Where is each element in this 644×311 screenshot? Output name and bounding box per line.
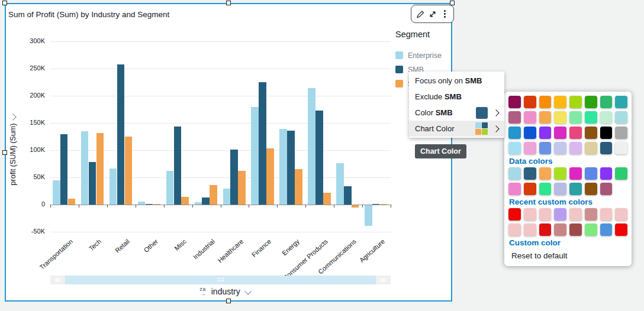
resize-handle-top-center[interactable] [226, 1, 231, 5]
x-axis-field-label[interactable]: industry [211, 287, 240, 296]
standard-color-swatch[interactable] [600, 142, 613, 154]
recent-color-swatch[interactable] [569, 208, 582, 221]
standard-color-swatch[interactable] [615, 127, 627, 139]
bar-retail-enterprise[interactable] [110, 169, 117, 205]
bar-communications-enterprise[interactable] [336, 163, 344, 205]
data-color-swatch[interactable] [524, 167, 536, 180]
recent-color-swatch[interactable] [524, 223, 536, 236]
bar-tech-smb[interactable] [89, 162, 96, 205]
standard-color-swatch[interactable] [508, 96, 521, 108]
standard-color-swatch[interactable] [569, 96, 582, 108]
standard-color-swatch[interactable] [585, 111, 597, 124]
bar-misc-enterprise[interactable] [166, 171, 174, 205]
x-axis-field-control[interactable]: za → industry [172, 285, 278, 298]
data-color-swatch[interactable] [600, 167, 613, 180]
bar-misc-smb[interactable] [174, 127, 182, 205]
bar-other-enterprise[interactable] [138, 202, 146, 205]
recent-color-swatch[interactable] [539, 223, 552, 236]
bar-energy-smb[interactable] [287, 131, 295, 205]
bar-retail-smb[interactable] [117, 64, 125, 205]
recent-color-swatch[interactable] [615, 223, 627, 236]
standard-color-swatch[interactable] [585, 127, 597, 139]
standard-color-swatch[interactable] [600, 111, 613, 124]
bar-agriculture-smb[interactable] [372, 204, 380, 205]
recent-color-swatch[interactable] [524, 208, 536, 221]
bar-agriculture-startup[interactable] [380, 204, 388, 205]
standard-color-swatch[interactable] [539, 96, 552, 108]
bar-finance-enterprise[interactable] [251, 107, 259, 205]
bar-energy-startup[interactable] [295, 169, 302, 205]
data-color-swatch[interactable] [554, 183, 566, 195]
data-color-swatch[interactable] [585, 167, 597, 180]
bar-energy-enterprise[interactable] [279, 129, 287, 205]
bar-industrial-enterprise[interactable] [195, 202, 202, 205]
data-color-swatch[interactable] [539, 167, 552, 180]
bar-agriculture-enterprise[interactable] [365, 205, 372, 226]
chevron-down-icon[interactable] [244, 288, 251, 294]
recent-color-swatch[interactable] [508, 208, 521, 221]
bar-communications-smb[interactable] [344, 186, 352, 205]
bar-consumer-products-startup[interactable] [323, 193, 331, 205]
standard-color-swatch[interactable] [615, 111, 627, 124]
edit-pencil-icon[interactable] [414, 8, 426, 21]
data-color-swatch[interactable] [569, 183, 582, 195]
standard-color-swatch[interactable] [539, 111, 552, 124]
data-color-swatch[interactable] [508, 183, 521, 195]
menu-item-exclude-smb[interactable]: Exclude SMB [409, 89, 504, 105]
bar-tech-startup[interactable] [96, 133, 104, 205]
recent-color-swatch[interactable] [554, 208, 566, 221]
recent-color-swatch[interactable] [615, 208, 627, 221]
scrollbar-left-handle[interactable] [50, 276, 65, 284]
bar-tech-enterprise[interactable] [81, 131, 89, 205]
menu-item-focus-only-on-smb[interactable]: Focus only on SMB [409, 73, 504, 89]
recent-color-swatch[interactable] [554, 223, 566, 236]
scrollbar-right-handle[interactable] [376, 276, 391, 284]
sort-icon[interactable]: za → [199, 287, 206, 297]
standard-color-swatch[interactable] [615, 96, 627, 108]
reset-to-default-button[interactable]: Reset to default [509, 251, 627, 260]
bar-finance-startup[interactable] [266, 148, 274, 205]
menu-item-chart-color[interactable]: Chart Color [409, 121, 504, 137]
bar-consumer-products-enterprise[interactable] [308, 88, 315, 205]
data-color-swatch[interactable] [600, 183, 613, 195]
bar-communications-startup[interactable] [352, 205, 359, 208]
recent-color-swatch[interactable] [585, 208, 597, 221]
standard-color-swatch[interactable] [600, 127, 613, 139]
custom-color-link[interactable]: Custom color [509, 238, 627, 247]
data-color-swatch[interactable] [585, 183, 597, 195]
scrollbar-track[interactable] [65, 276, 376, 284]
standard-color-swatch[interactable] [524, 111, 536, 124]
menu-item-color-smb[interactable]: Color SMB [409, 105, 504, 121]
bar-other-smb[interactable] [146, 204, 153, 205]
data-color-swatch[interactable] [508, 167, 521, 180]
recent-color-swatch[interactable] [539, 208, 552, 221]
bar-consumer-products-smb[interactable] [315, 111, 323, 205]
data-color-swatch[interactable] [554, 167, 566, 180]
kebab-menu-icon[interactable] [439, 8, 450, 21]
standard-color-swatch[interactable] [539, 142, 552, 154]
x-axis-scrollbar[interactable] [50, 276, 391, 284]
data-color-swatch[interactable] [539, 183, 552, 195]
bar-finance-smb[interactable] [259, 82, 266, 205]
bar-transportation-enterprise[interactable] [53, 180, 60, 205]
standard-color-swatch[interactable] [524, 142, 536, 154]
standard-color-swatch[interactable] [524, 127, 536, 139]
bar-industrial-startup[interactable] [210, 185, 217, 205]
standard-color-swatch[interactable] [554, 96, 566, 108]
standard-color-swatch[interactable] [569, 127, 582, 139]
bar-healthcare-startup[interactable] [238, 171, 246, 205]
standard-color-swatch[interactable] [554, 127, 566, 139]
bar-transportation-startup[interactable] [68, 199, 76, 205]
bar-other-startup[interactable] [153, 204, 161, 205]
standard-color-swatch[interactable] [569, 142, 582, 154]
bar-healthcare-enterprise[interactable] [223, 189, 231, 205]
data-color-swatch[interactable] [615, 167, 627, 180]
standard-color-swatch[interactable] [585, 142, 597, 154]
resize-handle-bottom-center[interactable] [226, 299, 231, 303]
recent-color-swatch[interactable] [585, 223, 597, 236]
standard-color-swatch[interactable] [508, 142, 521, 154]
standard-color-swatch[interactable] [508, 127, 521, 139]
recent-color-swatch[interactable] [508, 223, 521, 236]
expand-icon[interactable] [427, 8, 438, 21]
recent-color-swatch[interactable] [600, 208, 613, 221]
